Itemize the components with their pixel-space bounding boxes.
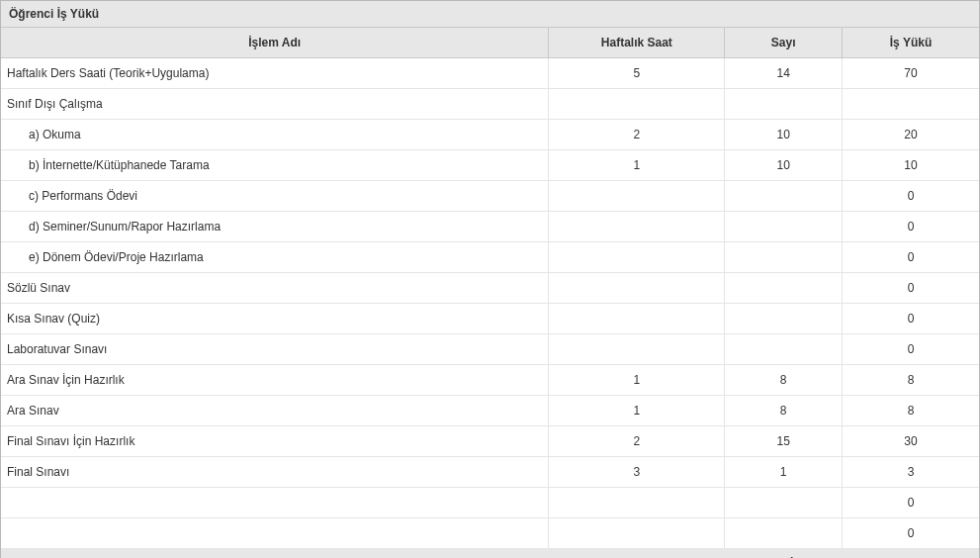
cell-name: c) Performans Ödevi [1,181,549,212]
cell-count: 10 [725,120,843,150]
cell-workload: 0 [843,304,979,334]
table-row: 0 [1,518,979,549]
cell-hours [549,89,725,120]
table-row: Ara Sınav188 [1,396,979,426]
cell-name: Sözlü Sınav [1,273,549,304]
cell-hours: 1 [549,150,725,181]
cell-count: 14 [725,58,843,89]
table-row: Kısa Sınav (Quiz)0 [1,304,979,334]
cell-name: Haftalık Ders Saati (Teorik+Uygulama) [1,58,549,89]
cell-hours: 3 [549,457,725,488]
footer-total-value: 149 [843,549,979,559]
cell-name: Kısa Sınav (Quiz) [1,304,549,334]
cell-workload [843,89,979,120]
cell-count [725,304,843,334]
cell-count [725,242,843,273]
cell-workload: 8 [843,396,979,426]
cell-name: d) Seminer/Sunum/Rapor Hazırlama [1,212,549,242]
table-row: Final Sınavı313 [1,457,979,488]
cell-hours [549,212,725,242]
table-row: Haftalık Ders Saati (Teorik+Uygulama)514… [1,58,979,89]
cell-name: Ara Sınav İçin Hazırlık [1,365,549,396]
cell-workload: 10 [843,150,979,181]
col-header-count: Sayı [725,28,843,58]
cell-count [725,488,843,518]
table-row: e) Dönem Ödevi/Proje Hazırlama0 [1,242,979,273]
table-row: a) Okuma21020 [1,120,979,150]
table-header-row: İşlem Adı Haftalık Saat Sayı İş Yükü [1,28,979,58]
cell-count [725,518,843,549]
cell-name [1,488,549,518]
table-row: Final Sınavı İçin Hazırlık21530 [1,426,979,457]
cell-hours [549,242,725,273]
cell-hours [549,488,725,518]
table-row: b) İnternette/Kütüphanede Tarama11010 [1,150,979,181]
cell-workload: 20 [843,120,979,150]
col-header-name: İşlem Adı [1,28,549,58]
footer-total-label: Toplam İş Yükü; [1,549,843,559]
cell-count: 8 [725,365,843,396]
cell-count [725,212,843,242]
cell-name: Laboratuvar Sınavı [1,334,549,365]
cell-hours: 5 [549,58,725,89]
cell-name: a) Okuma [1,120,549,150]
cell-hours: 1 [549,365,725,396]
cell-name: Sınıf Dışı Çalışma [1,89,549,120]
cell-workload: 0 [843,181,979,212]
cell-workload: 3 [843,457,979,488]
cell-name: b) İnternette/Kütüphanede Tarama [1,150,549,181]
table-body: Haftalık Ders Saati (Teorik+Uygulama)514… [1,58,979,549]
cell-hours [549,334,725,365]
cell-count [725,273,843,304]
cell-hours [549,518,725,549]
table-row: Ara Sınav İçin Hazırlık188 [1,365,979,396]
cell-workload: 8 [843,365,979,396]
table-row: Sözlü Sınav0 [1,273,979,304]
cell-hours [549,304,725,334]
table-footer-row: Toplam İş Yükü; 149 [1,549,979,559]
cell-name [1,518,549,549]
cell-count: 1 [725,457,843,488]
cell-workload: 0 [843,334,979,365]
cell-workload: 30 [843,426,979,457]
cell-hours: 2 [549,120,725,150]
cell-count: 15 [725,426,843,457]
col-header-workload: İş Yükü [843,28,979,58]
cell-workload: 70 [843,58,979,89]
table-row: c) Performans Ödevi0 [1,181,979,212]
cell-workload: 0 [843,212,979,242]
cell-hours: 1 [549,396,725,426]
col-header-hours: Haftalık Saat [549,28,725,58]
workload-table: İşlem Adı Haftalık Saat Sayı İş Yükü Haf… [1,28,979,558]
cell-hours [549,273,725,304]
table-row: Sınıf Dışı Çalışma [1,89,979,120]
cell-name: Ara Sınav [1,396,549,426]
cell-name: e) Dönem Ödevi/Proje Hazırlama [1,242,549,273]
cell-workload: 0 [843,518,979,549]
table-row: 0 [1,488,979,518]
cell-count [725,334,843,365]
cell-name: Final Sınavı [1,457,549,488]
cell-hours: 2 [549,426,725,457]
panel-title: Öğrenci İş Yükü [1,1,979,28]
cell-name: Final Sınavı İçin Hazırlık [1,426,549,457]
cell-count: 8 [725,396,843,426]
table-row: d) Seminer/Sunum/Rapor Hazırlama0 [1,212,979,242]
cell-count [725,181,843,212]
cell-workload: 0 [843,242,979,273]
cell-count: 10 [725,150,843,181]
table-row: Laboratuvar Sınavı0 [1,334,979,365]
cell-workload: 0 [843,488,979,518]
workload-panel: Öğrenci İş Yükü İşlem Adı Haftalık Saat … [0,0,980,558]
cell-hours [549,181,725,212]
cell-count [725,89,843,120]
cell-workload: 0 [843,273,979,304]
